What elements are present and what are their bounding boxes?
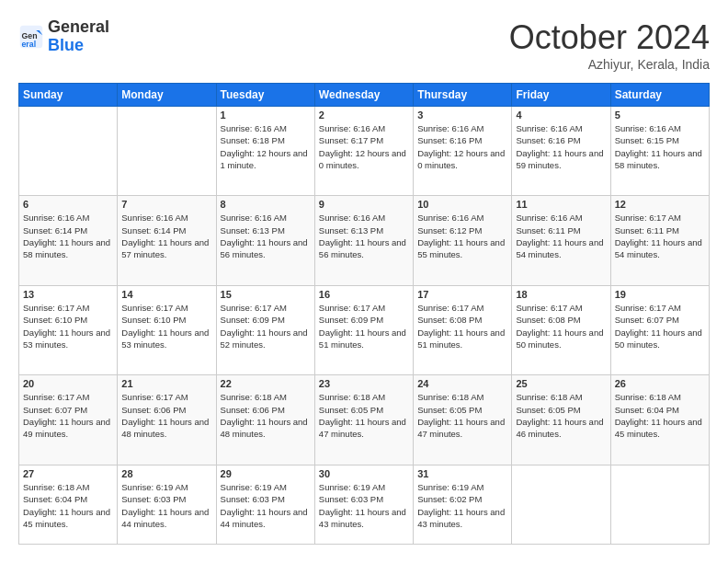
day-info: Sunrise: 6:16 AMSunset: 6:11 PMDaylight:…: [516, 212, 606, 260]
weekday-header: Wednesday: [314, 84, 413, 107]
day-info: Sunrise: 6:18 AMSunset: 6:04 PMDaylight:…: [615, 391, 705, 440]
day-info: Sunrise: 6:18 AMSunset: 6:04 PMDaylight:…: [23, 481, 113, 530]
calendar-cell: 20Sunrise: 6:17 AMSunset: 6:07 PMDayligh…: [19, 375, 118, 465]
page: Gen eral General Blue October 2024 Azhiy…: [0, 0, 728, 563]
calendar-cell: 15Sunrise: 6:17 AMSunset: 6:09 PMDayligh…: [216, 285, 314, 374]
day-info: Sunrise: 6:16 AMSunset: 6:13 PMDaylight:…: [319, 212, 409, 260]
calendar-week-row: 13Sunrise: 6:17 AMSunset: 6:10 PMDayligh…: [19, 285, 710, 374]
calendar-cell: 6Sunrise: 6:16 AMSunset: 6:14 PMDaylight…: [19, 196, 118, 285]
day-number: 24: [417, 378, 507, 389]
day-number: 21: [121, 378, 211, 389]
day-number: 23: [319, 378, 409, 389]
day-number: 7: [121, 199, 211, 210]
day-info: Sunrise: 6:19 AMSunset: 6:03 PMDaylight:…: [319, 481, 409, 530]
day-info: Sunrise: 6:16 AMSunset: 6:18 PMDaylight:…: [221, 122, 311, 171]
day-number: 13: [23, 289, 113, 300]
logo-line2: Blue: [48, 37, 109, 55]
day-number: 27: [23, 468, 113, 479]
calendar-week-row: 20Sunrise: 6:17 AMSunset: 6:07 PMDayligh…: [19, 375, 710, 465]
calendar-cell: 8Sunrise: 6:16 AMSunset: 6:13 PMDaylight…: [216, 196, 314, 285]
day-number: 15: [221, 289, 311, 300]
calendar-cell: 12Sunrise: 6:17 AMSunset: 6:11 PMDayligh…: [610, 196, 709, 285]
calendar-cell: 13Sunrise: 6:17 AMSunset: 6:10 PMDayligh…: [19, 285, 118, 374]
day-info: Sunrise: 6:16 AMSunset: 6:15 PMDaylight:…: [615, 122, 705, 171]
logo: Gen eral General Blue: [18, 18, 109, 55]
calendar-cell: 18Sunrise: 6:17 AMSunset: 6:08 PMDayligh…: [512, 285, 610, 374]
calendar-cell: 14Sunrise: 6:17 AMSunset: 6:10 PMDayligh…: [118, 285, 216, 374]
day-number: 22: [221, 378, 311, 389]
calendar-cell: 10Sunrise: 6:16 AMSunset: 6:12 PMDayligh…: [414, 196, 512, 285]
weekday-header: Tuesday: [216, 84, 314, 107]
day-info: Sunrise: 6:18 AMSunset: 6:06 PMDaylight:…: [221, 391, 311, 440]
day-info: Sunrise: 6:18 AMSunset: 6:05 PMDaylight:…: [319, 391, 409, 440]
day-number: 8: [221, 199, 311, 210]
weekday-header: Sunday: [19, 84, 118, 107]
calendar-cell: [118, 107, 216, 196]
day-number: 6: [23, 199, 113, 210]
location-subtitle: Azhiyur, Kerala, India: [509, 57, 710, 72]
weekday-header: Monday: [118, 84, 216, 107]
day-number: 9: [319, 199, 409, 210]
calendar-week-row: 27Sunrise: 6:18 AMSunset: 6:04 PMDayligh…: [19, 465, 710, 544]
calendar-cell: 21Sunrise: 6:17 AMSunset: 6:06 PMDayligh…: [118, 375, 216, 465]
day-info: Sunrise: 6:17 AMSunset: 6:10 PMDaylight:…: [23, 302, 113, 350]
day-number: 26: [615, 378, 705, 389]
calendar-week-row: 6Sunrise: 6:16 AMSunset: 6:14 PMDaylight…: [19, 196, 710, 285]
calendar-cell: 26Sunrise: 6:18 AMSunset: 6:04 PMDayligh…: [610, 375, 709, 465]
calendar-cell: 7Sunrise: 6:16 AMSunset: 6:14 PMDaylight…: [118, 196, 216, 285]
svg-text:eral: eral: [22, 39, 37, 48]
day-number: 11: [516, 199, 606, 210]
calendar-cell: 29Sunrise: 6:19 AMSunset: 6:03 PMDayligh…: [216, 465, 314, 544]
day-number: 25: [516, 378, 606, 389]
day-number: 10: [417, 199, 507, 210]
day-info: Sunrise: 6:17 AMSunset: 6:07 PMDaylight:…: [23, 391, 113, 440]
logo-text: General Blue: [48, 18, 109, 55]
day-info: Sunrise: 6:16 AMSunset: 6:13 PMDaylight:…: [221, 212, 311, 260]
day-info: Sunrise: 6:16 AMSunset: 6:17 PMDaylight:…: [319, 122, 409, 171]
day-info: Sunrise: 6:17 AMSunset: 6:09 PMDaylight:…: [319, 302, 409, 350]
day-info: Sunrise: 6:17 AMSunset: 6:06 PMDaylight:…: [121, 391, 211, 440]
calendar-cell: 30Sunrise: 6:19 AMSunset: 6:03 PMDayligh…: [314, 465, 413, 544]
weekday-header: Saturday: [610, 84, 709, 107]
calendar-cell: 27Sunrise: 6:18 AMSunset: 6:04 PMDayligh…: [19, 465, 118, 544]
calendar-cell: [512, 465, 610, 544]
calendar-cell: 19Sunrise: 6:17 AMSunset: 6:07 PMDayligh…: [610, 285, 709, 374]
day-number: 16: [319, 289, 409, 300]
calendar-cell: [19, 107, 118, 196]
calendar-cell: 28Sunrise: 6:19 AMSunset: 6:03 PMDayligh…: [118, 465, 216, 544]
calendar-cell: 2Sunrise: 6:16 AMSunset: 6:17 PMDaylight…: [314, 107, 413, 196]
calendar-table: SundayMondayTuesdayWednesdayThursdayFrid…: [18, 83, 710, 545]
calendar-cell: 5Sunrise: 6:16 AMSunset: 6:15 PMDaylight…: [610, 107, 709, 196]
day-info: Sunrise: 6:19 AMSunset: 6:02 PMDaylight:…: [417, 481, 507, 530]
day-number: 19: [615, 289, 705, 300]
weekday-header: Friday: [512, 84, 610, 107]
calendar-cell: 9Sunrise: 6:16 AMSunset: 6:13 PMDaylight…: [314, 196, 413, 285]
day-info: Sunrise: 6:17 AMSunset: 6:10 PMDaylight:…: [121, 302, 211, 350]
day-number: 14: [121, 289, 211, 300]
day-info: Sunrise: 6:17 AMSunset: 6:08 PMDaylight:…: [516, 302, 606, 350]
calendar-cell: 4Sunrise: 6:16 AMSunset: 6:16 PMDaylight…: [512, 107, 610, 196]
day-number: 28: [121, 468, 211, 479]
calendar-cell: 1Sunrise: 6:16 AMSunset: 6:18 PMDaylight…: [216, 107, 314, 196]
day-info: Sunrise: 6:16 AMSunset: 6:12 PMDaylight:…: [417, 212, 507, 260]
calendar-cell: 25Sunrise: 6:18 AMSunset: 6:05 PMDayligh…: [512, 375, 610, 465]
day-number: 2: [319, 109, 409, 121]
logo-line1: General: [48, 18, 109, 37]
day-info: Sunrise: 6:16 AMSunset: 6:14 PMDaylight:…: [23, 212, 113, 260]
calendar-cell: 22Sunrise: 6:18 AMSunset: 6:06 PMDayligh…: [216, 375, 314, 465]
title-block: October 2024 Azhiyur, Kerala, India: [509, 18, 710, 72]
day-info: Sunrise: 6:19 AMSunset: 6:03 PMDaylight:…: [121, 481, 211, 530]
day-number: 3: [417, 109, 507, 121]
calendar-cell: 23Sunrise: 6:18 AMSunset: 6:05 PMDayligh…: [314, 375, 413, 465]
calendar-cell: 16Sunrise: 6:17 AMSunset: 6:09 PMDayligh…: [314, 285, 413, 374]
day-number: 1: [221, 109, 311, 121]
header: Gen eral General Blue October 2024 Azhiy…: [18, 18, 710, 72]
day-info: Sunrise: 6:17 AMSunset: 6:07 PMDaylight:…: [615, 302, 705, 350]
day-info: Sunrise: 6:19 AMSunset: 6:03 PMDaylight:…: [221, 481, 311, 530]
day-info: Sunrise: 6:17 AMSunset: 6:09 PMDaylight:…: [221, 302, 311, 350]
day-number: 31: [417, 468, 507, 479]
day-number: 4: [516, 109, 606, 121]
calendar-header-row: SundayMondayTuesdayWednesdayThursdayFrid…: [19, 84, 710, 107]
weekday-header: Thursday: [414, 84, 512, 107]
logo-icon: Gen eral: [18, 24, 44, 50]
